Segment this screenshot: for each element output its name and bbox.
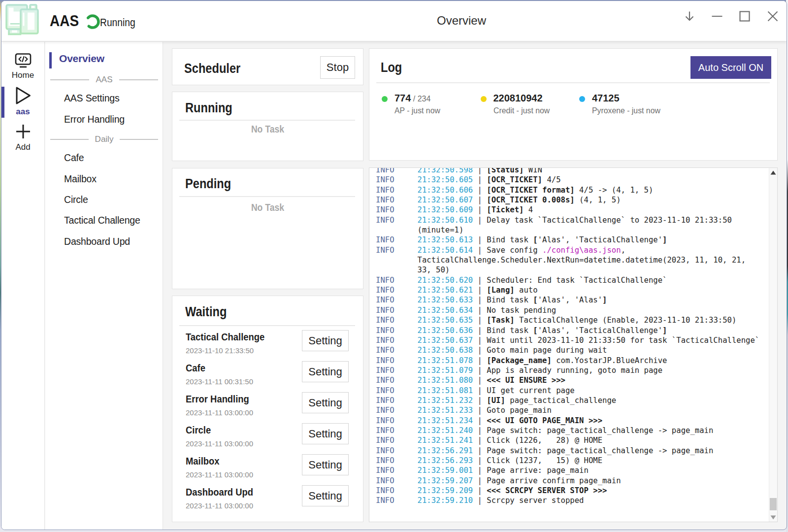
- stop-button[interactable]: Stop: [320, 56, 355, 79]
- nav-item-label: Mailbox: [64, 173, 97, 185]
- stat-label: AP - just now: [394, 106, 440, 116]
- task-setting-button[interactable]: Setting: [302, 361, 349, 382]
- task-setting-button[interactable]: Setting: [302, 330, 349, 351]
- app-window: AAS Running Overview: [1, 0, 787, 530]
- page-title: Overview: [412, 14, 511, 28]
- log-line: INFO 21:32:59.207 | Page arrive confirm …: [376, 476, 759, 486]
- log-line: INFO 21:32:51.241 | Click (1226, 28) @ H…: [376, 435, 759, 445]
- nav-item-label: Dashboard Upd: [64, 236, 130, 247]
- divider: [179, 325, 355, 326]
- log-line: INFO 21:32:56.293 | Click (1237, 15) @ H…: [376, 456, 759, 466]
- app-name: AAS: [50, 12, 79, 30]
- scrollbar-down-icon[interactable]: [769, 514, 777, 521]
- nav-item-mailbox[interactable]: Mailbox: [45, 169, 163, 190]
- rail-label-add: Add: [1, 142, 44, 152]
- arrow-down-icon: [684, 10, 695, 22]
- rail-item-add[interactable]: Add: [1, 124, 44, 152]
- nav-sidebar: OverviewAASAAS SettingsError HandlingDai…: [45, 42, 163, 530]
- nav-item-error-handling[interactable]: Error Handling: [45, 110, 163, 131]
- running-title: Running: [185, 100, 232, 116]
- nav-divider-label: Daily: [95, 134, 114, 144]
- log-line: INFO 21:32:51.078 | [Package_name] com.Y…: [376, 356, 759, 366]
- log-line: INFO 21:32:50.606 | [OCR_TICKET format] …: [376, 185, 759, 195]
- log-content: INFO 21:32:50.598 | [Status] WININFO 21:…: [376, 167, 759, 506]
- divider: [179, 196, 355, 197]
- nav-item-aas-settings[interactable]: AAS Settings: [45, 89, 163, 109]
- waiting-task-row: Tactical Challenge2023-11-10 21:33:50Set…: [172, 330, 363, 361]
- nav-item-cafe[interactable]: Cafe: [45, 148, 163, 169]
- log-line: INFO 21:32:51.079 | App is already runni…: [376, 366, 759, 375]
- rail-item-aas[interactable]: aas: [1, 86, 44, 117]
- log-line: INFO 21:32:50.636 | Bind task ['Alas', '…: [376, 326, 759, 335]
- nav-divider-daily: Daily: [50, 129, 158, 150]
- log-line: INFO 21:32:50.610 | Delay task `Tactical…: [376, 215, 759, 235]
- waiting-task-name: Mailbox: [186, 456, 219, 467]
- scheduler-card: Scheduler Stop: [172, 48, 363, 85]
- waiting-task-row: Cafe2023-11-11 00:31:50Setting: [172, 361, 363, 392]
- log-line: INFO 21:32:50.613 | Bind task ['Alas', '…: [376, 235, 759, 245]
- stat-value: 47125: [592, 93, 620, 103]
- log-line: INFO 21:32:59.209 | <<< SCRCPY SERVER ST…: [376, 486, 759, 496]
- log-line: INFO 21:32:51.232 | [UI] page_tactical_c…: [376, 396, 759, 405]
- icon-rail: Home aas Add: [1, 42, 45, 530]
- log-terminal[interactable]: INFO 21:32:50.598 | [Status] WININFO 21:…: [369, 167, 778, 522]
- app-logo-icon: [5, 4, 39, 35]
- scheduler-title: Scheduler: [184, 61, 240, 76]
- log-line: INFO 21:32:56.291 | Page switch: page_ta…: [376, 446, 759, 456]
- stat-value-row: 774 / 234: [394, 93, 430, 104]
- nav-item-label: Error Handling: [64, 114, 125, 125]
- waiting-task-row: Dashboard Upd2023-11-11 03:00:00Setting: [172, 485, 363, 516]
- log-line: INFO 21:32:50.620 | Scheduler: End task …: [376, 275, 759, 285]
- log-scrollbar[interactable]: [769, 168, 777, 522]
- nav-item-overview[interactable]: Overview: [45, 50, 163, 71]
- task-setting-button[interactable]: Setting: [302, 454, 349, 475]
- rail-item-home[interactable]: Home: [1, 53, 44, 80]
- nav-item-label: AAS Settings: [64, 93, 120, 104]
- waiting-task-time: 2023-11-11 00:31:50: [186, 377, 253, 386]
- nav-selected-indicator: [49, 52, 52, 68]
- scrollbar-up-icon[interactable]: [769, 169, 777, 176]
- waiting-task-name: Error Handling: [186, 394, 249, 405]
- stat-value-row: 47125: [592, 93, 620, 104]
- nav-item-circle[interactable]: Circle: [45, 190, 163, 211]
- waiting-task-time: 2023-11-11 03:00:00: [186, 470, 253, 479]
- auto-scroll-button[interactable]: Auto Scroll ON: [690, 56, 771, 79]
- nav-item-dashboard-upd[interactable]: Dashboard Upd: [45, 232, 163, 253]
- rail-label-aas: aas: [1, 107, 44, 117]
- log-title: Log: [381, 60, 402, 75]
- log-line: INFO 21:32:50.598 | [Status] WIN: [376, 167, 759, 175]
- nav-divider-label: AAS: [96, 75, 112, 85]
- minimize-button[interactable]: [710, 9, 724, 23]
- nav-item-label: Circle: [64, 194, 88, 205]
- minimize-icon: [711, 10, 723, 22]
- task-setting-button[interactable]: Setting: [302, 423, 349, 444]
- pending-empty-text: No Task: [184, 202, 352, 213]
- close-button[interactable]: [766, 9, 780, 23]
- close-icon: [767, 10, 779, 22]
- maximize-button[interactable]: [738, 9, 752, 23]
- divider: [179, 120, 355, 121]
- stat-value: 774: [394, 93, 411, 103]
- log-line: INFO 21:32:50.633 | Bind task ['Alas', '…: [376, 295, 759, 305]
- plus-icon: [15, 124, 31, 139]
- nav-item-label: Tactical Challenge: [64, 215, 140, 226]
- stat-label: Credit - just now: [493, 106, 550, 116]
- log-line: INFO 21:32:50.605 | [OCR_TICKET] 4/5: [376, 175, 759, 185]
- task-setting-button[interactable]: Setting: [302, 485, 349, 506]
- play-icon: [15, 86, 31, 105]
- waiting-task-time: 2023-11-11 03:00:00: [186, 408, 253, 417]
- task-setting-button[interactable]: Setting: [302, 392, 349, 413]
- running-card: Running No Task: [172, 92, 363, 161]
- waiting-task-name: Tactical Challenge: [186, 332, 264, 343]
- nav-item-tactical-challenge[interactable]: Tactical Challenge: [45, 211, 163, 232]
- log-line: INFO 21:32:50.638 | Goto main page durin…: [376, 345, 759, 355]
- scrollbar-thumb[interactable]: [770, 498, 777, 510]
- divider: [376, 82, 770, 83]
- pending-title: Pending: [185, 176, 231, 192]
- log-line: INFO 21:32:50.634 | No task pending: [376, 305, 759, 315]
- log-line: INFO 21:32:50.621 | [Lang] auto: [376, 285, 759, 295]
- stat-value: 220810942: [493, 93, 543, 103]
- update-download-button[interactable]: [683, 9, 696, 23]
- log-line: INFO 21:32:51.233 | Goto page_main: [376, 405, 759, 415]
- running-empty-text: No Task: [184, 124, 352, 135]
